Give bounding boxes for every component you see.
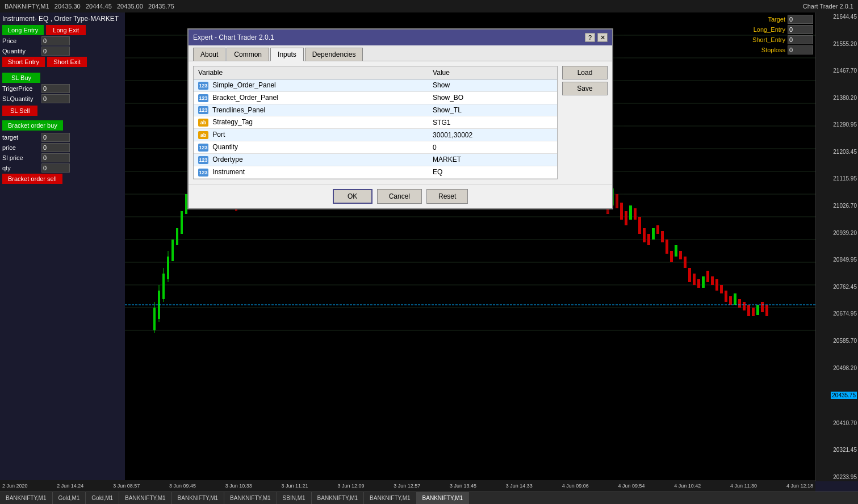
tab-banknifty-m1-active[interactable]: BANKNIFTY,M1 xyxy=(417,492,470,504)
tab-banknifty-m1-1[interactable]: BANKNIFTY,M1 xyxy=(119,492,172,504)
sl-quantity-label: SLQuantity xyxy=(2,95,39,102)
chart-symbol-title: BANKNIFTY,M1 20435.30 20444.45 20435.00 … xyxy=(5,3,174,10)
time-tick-2: 3 Jun 08:57 xyxy=(113,483,140,489)
time-tick-1: 2 Jun 14:24 xyxy=(57,483,83,489)
reset-button[interactable]: Reset xyxy=(426,189,468,204)
target-row: target xyxy=(2,133,123,142)
tab-gold-m1-0[interactable]: Gold,M1 xyxy=(53,492,86,504)
price2-input[interactable] xyxy=(41,143,70,152)
svg-rect-69 xyxy=(656,225,659,234)
stoploss-right-row: Stoploss xyxy=(761,45,813,54)
target-right-label: Target xyxy=(768,16,785,23)
qty-row: qty xyxy=(2,163,123,173)
short-entry-button[interactable]: Short Entry xyxy=(2,57,45,67)
sl-sell-button[interactable]: SL Sell xyxy=(2,106,37,116)
time-tick-11: 4 Jun 09:54 xyxy=(618,483,644,489)
tab-dependencies[interactable]: Dependencies xyxy=(305,48,363,61)
price-tick-4: 21290.95 xyxy=(833,121,857,128)
svg-rect-77 xyxy=(693,274,696,285)
long-exit-button[interactable]: Long Exit xyxy=(46,25,86,35)
price-tick-16: 20233.95 xyxy=(833,474,857,480)
row-var-1: 123 Bracket_Order_Panel xyxy=(194,91,428,104)
sl-buy-btn-wrap: SL Buy xyxy=(2,73,123,84)
tab-banknifty-m1-5[interactable]: BANKNIFTY,M1 xyxy=(364,492,417,504)
target-right-row: Target xyxy=(761,15,813,24)
time-tick-0: 2 Jun 2020 xyxy=(2,483,28,489)
tab-banknifty-m1-0[interactable]: BANKNIFTY,M1 xyxy=(0,492,53,504)
type-icon-123: 123 xyxy=(198,82,208,90)
time-tick-10: 4 Jun 09:06 xyxy=(562,483,589,489)
tab-common[interactable]: Common xyxy=(227,48,269,61)
tab-about[interactable]: About xyxy=(193,48,225,61)
target-label: target xyxy=(2,134,39,141)
table-row: 123 Simple_Order_Panel Show xyxy=(194,79,557,92)
table-row: 123 Instrument EQ xyxy=(194,166,557,178)
bracket-order-buy-button[interactable]: Bracket order buy xyxy=(2,120,63,131)
tab-sbin-m1[interactable]: SBIN,M1 xyxy=(277,492,312,504)
qty-input[interactable] xyxy=(41,163,70,173)
inputs-table-container: Variable Value 123 Simple_Order_Panel Sh… xyxy=(193,66,558,179)
svg-rect-70 xyxy=(661,231,664,242)
dialog-close-button[interactable]: ✕ xyxy=(597,33,608,42)
price-tick-15: 20321.45 xyxy=(833,447,857,453)
time-tick-6: 3 Jun 12:09 xyxy=(337,483,364,489)
target-input[interactable] xyxy=(41,133,70,142)
type-icon-123: 123 xyxy=(198,106,208,114)
table-row: ab Strategy_Tag STG1 xyxy=(194,116,557,129)
tab-banknifty-m1-4[interactable]: BANKNIFTY,M1 xyxy=(312,492,365,504)
tab-banknifty-m1-2[interactable]: BANKNIFTY,M1 xyxy=(172,492,225,504)
svg-rect-91 xyxy=(756,305,759,315)
price-tick-2: 21467.70 xyxy=(833,68,857,74)
svg-rect-93 xyxy=(765,305,768,316)
stoploss-right-input[interactable] xyxy=(788,45,813,54)
svg-rect-62 xyxy=(625,211,627,225)
sl-buy-button[interactable]: SL Buy xyxy=(2,73,40,83)
time-axis: 2 Jun 2020 2 Jun 14:24 3 Jun 08:57 3 Jun… xyxy=(0,480,815,492)
svg-rect-78 xyxy=(697,279,700,288)
long-entry-button[interactable]: Long Entry xyxy=(2,25,44,35)
row-var-6: 123 Ordertype xyxy=(194,153,428,166)
dialog-titlebar: Expert - Chart Trader 2.0.1 ? ✕ xyxy=(189,30,612,45)
svg-rect-83 xyxy=(720,285,723,293)
bracket-order-sell-button[interactable]: Bracket order sell xyxy=(2,174,62,184)
price2-row: price xyxy=(2,143,123,152)
quantity-input[interactable] xyxy=(41,47,70,56)
short-exit-button[interactable]: Short Exit xyxy=(47,57,87,67)
dialog-help-button[interactable]: ? xyxy=(585,33,595,42)
price-tick-6: 21115.95 xyxy=(833,175,857,182)
tab-banknifty-m1-3[interactable]: BANKNIFTY,M1 xyxy=(224,492,277,504)
load-button[interactable]: Load xyxy=(562,66,608,79)
time-tick-12: 4 Jun 10:42 xyxy=(674,483,701,489)
svg-rect-72 xyxy=(670,251,673,262)
svg-rect-61 xyxy=(620,203,623,220)
ok-button[interactable]: OK xyxy=(333,189,373,204)
target-right-input[interactable] xyxy=(788,15,813,24)
tab-inputs[interactable]: Inputs xyxy=(270,48,304,61)
svg-rect-89 xyxy=(747,305,750,316)
tab-gold-m1-1[interactable]: Gold,M1 xyxy=(86,492,119,504)
price-input[interactable] xyxy=(41,36,70,45)
sl-price-input[interactable] xyxy=(41,153,70,162)
svg-rect-87 xyxy=(738,299,741,308)
sl-price-row: Sl price xyxy=(2,153,123,162)
quantity-row: Quantity xyxy=(2,47,123,56)
chart-trader-version: Chart Trader 2.0.1 xyxy=(803,3,853,10)
save-button[interactable]: Save xyxy=(562,82,608,95)
svg-rect-86 xyxy=(734,293,736,305)
row-var-2: 123 Trendlines_Panel xyxy=(194,104,428,116)
svg-rect-24 xyxy=(181,211,183,234)
left-panel: Instrument- EQ , Order Type-MARKET Long … xyxy=(0,12,125,186)
long-entry-right-input[interactable] xyxy=(788,25,813,34)
right-panel: Target Long_Entry Short_Entry Stoploss xyxy=(759,12,815,58)
svg-rect-85 xyxy=(729,296,732,305)
cancel-button[interactable]: Cancel xyxy=(377,189,422,204)
price-tick-current: 20435.75 xyxy=(831,392,857,399)
svg-rect-67 xyxy=(647,234,650,245)
price-tick-9: 20849.95 xyxy=(833,257,857,263)
svg-rect-90 xyxy=(752,308,755,316)
row-val-4: 30001,30002 xyxy=(428,129,557,141)
triger-price-input[interactable] xyxy=(41,84,70,93)
row-val-1: Show_BO xyxy=(428,91,557,104)
short-entry-right-input[interactable] xyxy=(788,35,813,44)
sl-quantity-input[interactable] xyxy=(41,94,70,103)
